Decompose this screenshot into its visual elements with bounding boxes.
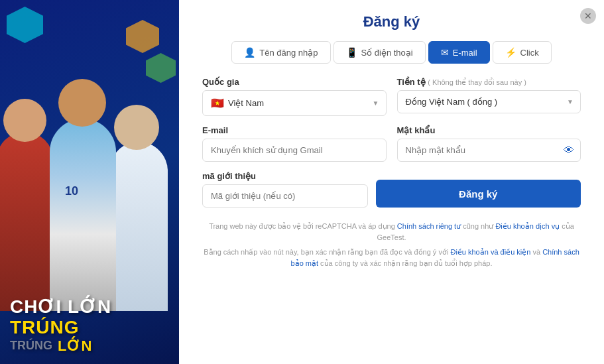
player-center: [50, 119, 116, 311]
country-select[interactable]: 🇻🇳 Việt Nam ▼: [202, 90, 387, 116]
banner-line3-bg: TRÚNG: [10, 339, 52, 353]
currency-group: Tiền tệ ( Không thể thay đổi sau này ) Đ…: [397, 77, 581, 116]
email-icon: ✉: [441, 47, 449, 58]
click-icon: ⚡: [505, 47, 516, 58]
tab-click[interactable]: ⚡ Click: [493, 41, 552, 64]
footer1-link1[interactable]: Chính sách riêng tư: [397, 222, 461, 230]
tab-username[interactable]: 👤 Tên đăng nhập: [231, 41, 330, 64]
password-input[interactable]: [397, 139, 581, 162]
footer1-text2: cũng như: [461, 222, 495, 230]
referral-label: mã giới thiệu: [202, 171, 368, 181]
country-label: Quốc gia: [202, 77, 387, 87]
banner-text: CHƠI LỚN TRÚNG TRÚNG LỚN: [0, 290, 179, 364]
player-left: [0, 132, 53, 311]
referral-input[interactable]: [202, 184, 368, 208]
player-left-head: [3, 99, 46, 142]
currency-select[interactable]: Đồng Việt Nam ( đồng ) ▼: [397, 90, 581, 113]
footer1-text1: Trang web này được bảo vệ bởi reCAPTCHA …: [209, 222, 397, 230]
email-password-row: E-mail Mật khẩu 👁: [202, 125, 581, 162]
player-right-head: [114, 105, 159, 150]
tab-click-label: Click: [520, 48, 539, 58]
footer-terms: Bằng cách nhấp vào nút này, bạn xác nhận…: [202, 247, 581, 269]
flag-icon: 🇻🇳: [211, 97, 224, 109]
eye-toggle-icon[interactable]: 👁: [564, 145, 574, 156]
footer2-text2: và: [530, 248, 542, 256]
players-area: 10: [0, 105, 179, 311]
email-label: E-mail: [202, 125, 387, 135]
currency-value: Đồng Việt Nam ( đồng ): [406, 97, 498, 107]
form-title: Đăng ký: [202, 13, 581, 30]
country-dropdown-arrow: ▼: [373, 99, 379, 107]
player-center-head: [58, 79, 106, 127]
banner-line2: TRÚNG: [10, 318, 169, 338]
currency-label: Tiền tệ ( Không thể thay đổi sau này ): [397, 77, 581, 87]
country-currency-row: Quốc gia 🇻🇳 Việt Nam ▼ Tiền tệ ( Không t…: [202, 77, 581, 116]
tab-username-label: Tên đăng nhập: [259, 48, 318, 58]
close-button[interactable]: ✕: [580, 8, 596, 24]
footer2-text1: Bằng cách nhấp vào nút này, bạn xác nhận…: [204, 248, 450, 256]
currency-note: ( Không thể thay đổi sau này ): [428, 78, 526, 86]
tab-phone[interactable]: 📱 Số điện thoại: [333, 41, 426, 64]
country-group: Quốc gia 🇻🇳 Việt Nam ▼: [202, 77, 387, 116]
email-input[interactable]: [202, 139, 387, 162]
referral-group: mã giới thiệu: [202, 171, 368, 208]
jersey-number: 10: [65, 184, 78, 198]
password-input-wrapper: 👁: [397, 139, 581, 162]
footer2-text3: của công ty và xác nhận rằng bạn đủ tuổi…: [318, 259, 492, 267]
password-label: Mật khẩu: [397, 125, 581, 135]
banner-line3: LỚN: [58, 338, 92, 354]
referral-register-row: mã giới thiệu Đăng ký: [202, 171, 581, 208]
left-banner: 10 CHƠI LỚN TRÚNG TRÚNG LỚN: [0, 0, 179, 364]
tab-email[interactable]: ✉ E-mail: [428, 41, 490, 64]
footer1-link2[interactable]: Điều khoản dịch vụ: [495, 222, 560, 230]
tab-phone-label: Số điện thoại: [361, 48, 413, 58]
registration-form-panel: ✕ Đăng ký 👤 Tên đăng nhập 📱 Số điện thoạ…: [179, 0, 604, 364]
banner-line1: CHƠI LỚN: [10, 297, 169, 318]
user-icon: 👤: [244, 47, 255, 58]
phone-icon: 📱: [346, 47, 357, 58]
register-button[interactable]: Đăng ký: [376, 180, 581, 208]
email-group: E-mail: [202, 125, 387, 162]
footer2-link1[interactable]: Điều khoản và điều kiện: [450, 248, 530, 256]
tab-bar: 👤 Tên đăng nhập 📱 Số điện thoại ✉ E-mail…: [202, 41, 581, 64]
password-group: Mật khẩu 👁: [397, 125, 581, 162]
player-right: [109, 142, 168, 311]
currency-dropdown-arrow: ▼: [567, 98, 574, 105]
footer-recaptcha: Trang web này được bảo vệ bởi reCAPTCHA …: [202, 221, 581, 243]
country-value: Việt Nam: [228, 98, 264, 108]
tab-email-label: E-mail: [453, 48, 477, 58]
